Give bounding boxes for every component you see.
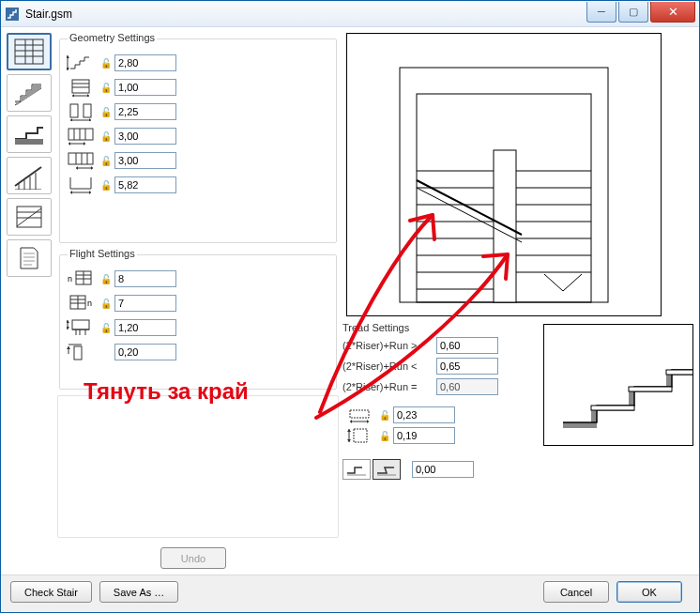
maximize-button[interactable]: ▢: [618, 2, 648, 23]
nosing-style-1-button[interactable]: [342, 459, 371, 480]
left-nav: [7, 33, 53, 544]
lock-icon[interactable]: 🔓: [98, 126, 114, 146]
total-run-length-icon: [64, 175, 98, 195]
svg-rect-34: [68, 153, 93, 164]
offset-icon: [64, 342, 98, 362]
tread-going-input[interactable]: [393, 406, 455, 423]
lock-icon[interactable]: 🔓: [98, 150, 114, 171]
geometry-settings-label: Geometry Settings: [68, 32, 157, 43]
lock-icon[interactable]: 🔓: [98, 101, 114, 122]
flight-landing-depth-input[interactable]: [114, 319, 176, 336]
well-width-icon: [64, 101, 98, 122]
geometry-lower-landing-input[interactable]: [114, 128, 176, 145]
flight-settings-label: Flight Settings: [68, 248, 137, 259]
svg-rect-0: [6, 8, 19, 21]
svg-text:n: n: [87, 299, 92, 308]
nosing-style-2-button[interactable]: [373, 459, 401, 480]
lock-icon[interactable]: 🔓: [376, 425, 393, 446]
nosing-value-input[interactable]: [412, 461, 474, 478]
flight-risers2-input[interactable]: [114, 295, 176, 312]
titlebar: Stair.gsm ─ ▢ ✕: [1, 1, 699, 27]
svg-text:n: n: [68, 274, 72, 284]
svg-rect-22: [72, 80, 89, 93]
tread-settings-label: Tread Settings: [342, 322, 534, 333]
riser-icon: [342, 425, 376, 446]
upper-landing-length-icon: [64, 150, 98, 171]
lock-icon[interactable]: 🔓: [98, 77, 114, 98]
svg-rect-56: [74, 346, 82, 360]
svg-rect-79: [350, 410, 369, 418]
undo-button: Undo: [160, 547, 226, 569]
svg-rect-84: [629, 387, 672, 391]
cancel-button[interactable]: Cancel: [543, 581, 609, 603]
geometry-well-width-input[interactable]: [114, 103, 176, 120]
num-risers-1-icon: n: [64, 268, 98, 289]
svg-rect-81: [354, 429, 367, 442]
save-as-button[interactable]: Save As …: [99, 581, 178, 603]
lock-icon[interactable]: 🔓: [98, 53, 114, 73]
tread-formula-lt-input[interactable]: [436, 358, 498, 375]
num-risers-2-icon: n: [64, 293, 98, 314]
landing-depth-icon: [64, 317, 98, 338]
geometry-flight-width-input[interactable]: [114, 79, 176, 96]
check-stair-button[interactable]: Check Stair: [10, 581, 92, 603]
nav-structure[interactable]: [7, 74, 52, 112]
nav-listing[interactable]: [7, 239, 52, 277]
app-icon: [5, 7, 20, 22]
lock-icon[interactable]: 🔓: [98, 175, 114, 195]
tread-formula-eq-output: [436, 378, 498, 395]
tread-formula-gt-input[interactable]: [436, 337, 498, 354]
tread-riser-input[interactable]: [393, 427, 455, 444]
ok-button[interactable]: OK: [616, 581, 682, 603]
flight-settings-group: Flight Settings n 🔓 n 🔓 🔓: [59, 249, 337, 390]
lock-icon[interactable]: 🔓: [376, 405, 393, 425]
window-title: Stair.gsm: [25, 8, 586, 21]
geometry-upper-landing-input[interactable]: [114, 152, 176, 169]
flight-width-icon: [64, 77, 98, 98]
stair-preview[interactable]: [346, 33, 662, 316]
lock-icon-empty: [98, 342, 114, 362]
svg-rect-7: [15, 139, 43, 145]
close-button[interactable]: ✕: [650, 2, 695, 23]
svg-rect-50: [72, 320, 89, 329]
tread-formula-gt-label: (2*Riser)+Run >: [342, 340, 436, 351]
svg-rect-83: [591, 406, 634, 410]
tread-formula-eq-label: (2*Riser)+Run =: [342, 381, 436, 392]
minimize-button[interactable]: ─: [586, 2, 616, 23]
lock-icon[interactable]: 🔓: [98, 268, 114, 289]
geometry-total-height-input[interactable]: [114, 54, 176, 71]
lock-icon[interactable]: 🔓: [98, 317, 114, 338]
svg-rect-26: [70, 104, 78, 117]
svg-rect-1: [15, 39, 43, 64]
geometry-settings-group: Geometry Settings 🔓 🔓 🔓: [59, 33, 337, 243]
nav-treadriser[interactable]: [7, 115, 52, 153]
svg-rect-85: [666, 370, 693, 375]
lower-landing-length-icon: [64, 126, 98, 146]
tread-formula-lt-label: (2*Riser)+Run <: [342, 360, 436, 372]
nav-railing[interactable]: [7, 157, 52, 194]
svg-rect-29: [68, 129, 93, 140]
lock-icon[interactable]: 🔓: [98, 293, 114, 314]
flight-offset-input[interactable]: [114, 344, 176, 360]
going-icon: [342, 405, 376, 425]
nav-2dsymbol[interactable]: [7, 198, 52, 236]
stair-total-height-icon: [64, 53, 98, 73]
flight-risers1-input[interactable]: [114, 270, 176, 287]
nav-geometry[interactable]: [7, 33, 52, 70]
svg-rect-27: [84, 104, 91, 117]
tread-section-preview: [543, 324, 693, 446]
geometry-total-run-input[interactable]: [114, 176, 176, 193]
button-bar: Check Stair Save As … Cancel OK: [1, 575, 699, 612]
